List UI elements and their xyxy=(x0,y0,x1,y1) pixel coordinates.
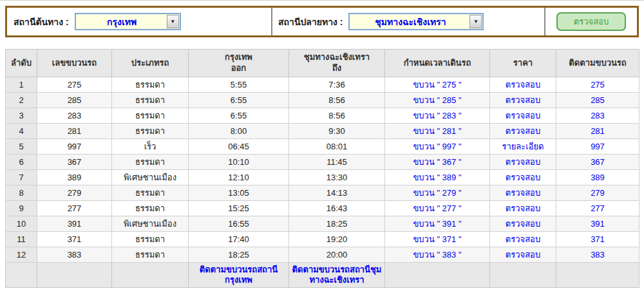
price-link[interactable]: ตรวจสอบ xyxy=(506,111,540,120)
train-type: ธรรมดา xyxy=(112,77,189,93)
col-header-train-type: ประเภทรถ xyxy=(112,50,189,77)
arrive-time: 19:20 xyxy=(289,232,385,247)
footer-row: ติดตามขบวนรถสถานีกรุงเทพ ติดตามขบวนรถสถา… xyxy=(6,263,639,288)
depart-time: 15:25 xyxy=(189,201,289,216)
col-header-depart: กรุงเทพ ออก xyxy=(189,50,289,77)
train-type: ธรรมดา xyxy=(112,232,189,247)
row-number: 3 xyxy=(6,108,37,124)
depart-time: 5:55 xyxy=(189,77,289,93)
origin-label: สถานีต้นทาง : xyxy=(14,15,69,29)
footer-empty-cell xyxy=(556,263,639,288)
price-link[interactable]: ตรวจสอบ xyxy=(506,234,540,244)
destination-select[interactable]: ชุมทางฉะเชิงเทรา ▼ xyxy=(348,13,484,30)
schedule-link[interactable]: ขบวน " 389 " xyxy=(413,173,461,182)
arrive-time: 20:00 xyxy=(289,247,385,263)
destination-section: สถานีปลายทาง : ชุมทางฉะเชิงเทรา ▼ xyxy=(272,8,545,35)
col-header-schedule: กำหนดเวลาเดินรถ xyxy=(385,50,490,77)
schedule-link[interactable]: ขบวน " 285 " xyxy=(413,95,461,105)
price-link[interactable]: ตรวจสอบ xyxy=(506,173,540,182)
table-row: 8 279 ธรรมดา 13:05 14:13 ขบวน " 279 " ตร… xyxy=(6,185,639,201)
track-chachoengsao-station-link[interactable]: ติดตามขบวนรถสถานีชุมทางฉะเชิงเทรา xyxy=(289,265,384,286)
table-row: 4 281 ธรรมดา 8:00 9:30 ขบวน " 281 " ตรวจ… xyxy=(6,124,639,139)
arrive-time: 8:56 xyxy=(289,93,385,108)
train-number: 275 xyxy=(37,77,112,93)
arrive-time: 11:45 xyxy=(289,155,385,170)
check-button[interactable]: ตรวจสอบ xyxy=(556,12,626,31)
track-link[interactable]: 281 xyxy=(591,126,605,136)
schedule-link[interactable]: ขบวน " 391 " xyxy=(413,219,461,229)
track-link[interactable]: 285 xyxy=(591,95,605,105)
schedule-link[interactable]: ขบวน " 283 " xyxy=(413,111,461,120)
depart-time: 06:45 xyxy=(189,139,289,155)
train-number: 371 xyxy=(37,232,112,247)
arrive-time: 16:43 xyxy=(289,201,385,216)
actions-section: ตรวจสอบ xyxy=(545,8,637,35)
row-number: 5 xyxy=(6,139,37,155)
train-number: 283 xyxy=(37,108,112,124)
depart-time: 17:40 xyxy=(189,232,289,247)
train-type: พิเศษชานเมือง xyxy=(112,170,189,185)
depart-time: 10:10 xyxy=(189,155,289,170)
filter-bar: สถานีต้นทาง : กรุงเทพ ▼ สถานีปลายทาง : ช… xyxy=(5,6,639,37)
schedule-link[interactable]: ขบวน " 281 " xyxy=(413,126,461,136)
schedule-link[interactable]: ขบวน " 279 " xyxy=(413,188,461,198)
train-number: 285 xyxy=(37,93,112,108)
schedule-link[interactable]: ขบวน " 277 " xyxy=(413,203,461,213)
destination-label: สถานีปลายทาง : xyxy=(278,15,343,29)
track-link[interactable]: 367 xyxy=(591,157,605,167)
train-number: 383 xyxy=(37,247,112,263)
col-header-arrive-station: ชุมทางฉะเชิงเทรา xyxy=(289,52,384,63)
destination-select-value: ชุมทางฉะเชิงเทรา xyxy=(375,15,457,29)
table-row: 10 391 พิเศษชานเมือง 16:55 18:25 ขบวน " … xyxy=(6,216,639,232)
schedule-link[interactable]: ขบวน " 371 " xyxy=(413,234,461,244)
row-number: 6 xyxy=(6,155,37,170)
track-link[interactable]: 283 xyxy=(591,111,605,120)
row-number: 12 xyxy=(6,247,37,263)
price-link[interactable]: ตรวจสอบ xyxy=(506,219,540,229)
row-number: 8 xyxy=(6,185,37,201)
track-link[interactable]: 279 xyxy=(591,188,605,198)
price-link[interactable]: ตรวจสอบ xyxy=(506,126,540,136)
table-row: 6 367 ธรรมดา 10:10 11:45 ขบวน " 367 " ตร… xyxy=(6,155,639,170)
row-number: 10 xyxy=(6,216,37,232)
price-link[interactable]: ตรวจสอบ xyxy=(506,95,540,105)
track-link[interactable]: 371 xyxy=(591,234,605,244)
arrive-time: 8:56 xyxy=(289,108,385,124)
footer-empty-cell xyxy=(6,263,37,288)
header-row: ลำดับ เลขขบวนรถ ประเภทรถ กรุงเทพ ออก ชุม… xyxy=(6,50,639,77)
train-type: ธรรมดา xyxy=(112,247,189,263)
col-header-track: ติดตามขบวนรถ xyxy=(556,50,639,77)
row-number: 1 xyxy=(6,77,37,93)
price-link[interactable]: รายละเอียด xyxy=(502,142,544,151)
price-link[interactable]: ตรวจสอบ xyxy=(506,80,540,90)
schedule-link[interactable]: ขบวน " 367 " xyxy=(413,157,461,167)
schedule-link[interactable]: ขบวน " 383 " xyxy=(413,250,461,260)
depart-time: 18:25 xyxy=(189,247,289,263)
track-link[interactable]: 391 xyxy=(591,219,605,229)
col-header-arrive: ชุมทางฉะเชิงเทรา ถึง xyxy=(289,50,385,77)
track-link[interactable]: 997 xyxy=(591,142,605,151)
price-link[interactable]: ตรวจสอบ xyxy=(506,203,540,213)
origin-select[interactable]: กรุงเทพ ▼ xyxy=(75,13,181,30)
table-row: 1 275 ธรรมดา 5:55 7:36 ขบวน " 275 " ตรวจ… xyxy=(6,77,639,93)
footer-empty-cell xyxy=(37,263,112,288)
track-link[interactable]: 389 xyxy=(591,173,605,182)
row-number: 2 xyxy=(6,93,37,108)
footer-empty-cell xyxy=(490,263,556,288)
footer-empty-cell xyxy=(112,263,189,288)
track-link[interactable]: 383 xyxy=(591,250,605,260)
table-row: 12 383 ธรรมดา 18:25 20:00 ขบวน " 383 " ต… xyxy=(6,247,639,263)
track-link[interactable]: 277 xyxy=(591,203,605,213)
depart-time: 16:55 xyxy=(189,216,289,232)
price-link[interactable]: ตรวจสอบ xyxy=(506,250,540,260)
footer-empty-cell xyxy=(385,263,490,288)
chevron-down-icon[interactable]: ▼ xyxy=(469,15,482,28)
chevron-down-icon[interactable]: ▼ xyxy=(167,15,179,28)
table-row: 3 283 ธรรมดา 6:55 8:56 ขบวน " 283 " ตรวจ… xyxy=(6,108,639,124)
price-link[interactable]: ตรวจสอบ xyxy=(506,188,540,198)
schedule-link[interactable]: ขบวน " 997 " xyxy=(413,142,461,151)
price-link[interactable]: ตรวจสอบ xyxy=(506,157,540,167)
track-bangkok-station-link[interactable]: ติดตามขบวนรถสถานีกรุงเทพ xyxy=(189,265,289,286)
track-link[interactable]: 275 xyxy=(591,80,605,90)
schedule-link[interactable]: ขบวน " 275 " xyxy=(413,80,461,90)
